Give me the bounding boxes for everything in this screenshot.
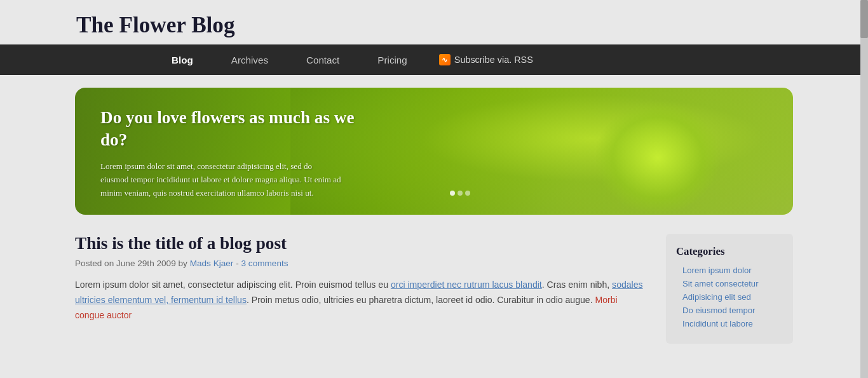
- category-item-4[interactable]: Incididunt ut labore: [676, 319, 783, 328]
- post-body-text: Lorem ipsum dolor sit amet, consectetur …: [75, 280, 643, 320]
- post-title: This is the title of a blog post: [75, 234, 647, 253]
- category-item-3[interactable]: Do eiusmod tempor: [676, 306, 783, 315]
- category-item-2[interactable]: Adipisicing elit sed: [676, 292, 783, 302]
- rss-label: Subscribe via. RSS: [454, 55, 533, 65]
- category-item-1[interactable]: Sit amet consectetur: [676, 279, 783, 288]
- nav-item-blog[interactable]: Blog: [153, 46, 212, 74]
- hero-body: Lorem ipsum dolor sit amet, consectetur …: [100, 159, 342, 199]
- main-content: Do you love flowers as much as we do? Lo…: [40, 75, 828, 356]
- sidebar: Categories Lorem ipsum dolor Sit amet co…: [666, 234, 793, 344]
- post-author[interactable]: Mads Kjaer: [190, 259, 234, 268]
- scrollbar[interactable]: [860, 0, 868, 378]
- nav-item-contact[interactable]: Contact: [287, 46, 358, 74]
- dot-1: [450, 191, 455, 196]
- hero-title: Do you love flowers as much as we do?: [100, 107, 355, 152]
- post-meta-separator: -: [236, 259, 241, 268]
- header: The Flower Blog: [0, 0, 868, 44]
- scrollbar-thumb[interactable]: [860, 0, 868, 38]
- categories-box: Categories Lorem ipsum dolor Sit amet co…: [666, 234, 793, 344]
- nav-inner: Blog Archives Contact Pricing ∿ Subscrib…: [0, 45, 546, 74]
- category-item-0[interactable]: Lorem ipsum dolor: [676, 266, 783, 275]
- content-area: This is the title of a blog post Posted …: [75, 234, 793, 344]
- post-date-label: Posted on June 29th 2009 by: [75, 259, 187, 268]
- rss-icon: ∿: [439, 54, 451, 65]
- dot-3: [465, 191, 470, 196]
- post-meta: Posted on June 29th 2009 by Mads Kjaer -…: [75, 259, 647, 268]
- hero-dots: [450, 191, 470, 196]
- post-link-1[interactable]: orci imperdiet nec rutrum lacus blandit: [391, 280, 542, 290]
- categories-title: Categories: [676, 245, 783, 258]
- navbar: Blog Archives Contact Pricing ∿ Subscrib…: [0, 44, 868, 75]
- nav-item-archives[interactable]: Archives: [212, 46, 287, 74]
- post-comments[interactable]: 3 comments: [241, 259, 288, 268]
- post-link-2[interactable]: sodales ultricies elementum vel, ferment…: [75, 280, 643, 305]
- blog-main: This is the title of a blog post Posted …: [75, 234, 647, 344]
- post-body: Lorem ipsum dolor sit amet, consectetur …: [75, 278, 647, 323]
- dot-2: [458, 191, 463, 196]
- hero-banner: Do you love flowers as much as we do? Lo…: [75, 88, 793, 215]
- rss-subscribe[interactable]: ∿ Subscribe via. RSS: [426, 45, 546, 74]
- site-title: The Flower Blog: [76, 13, 868, 38]
- nav-item-pricing[interactable]: Pricing: [358, 46, 426, 74]
